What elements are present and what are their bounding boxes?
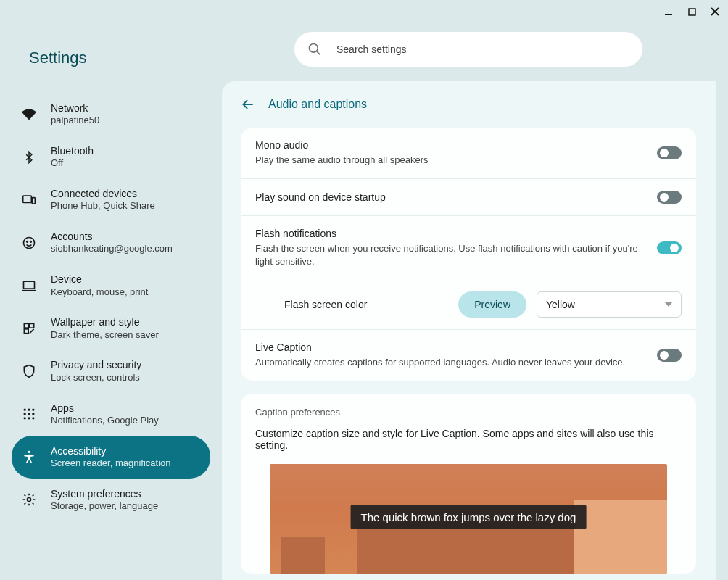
- sidebar-item-title: System preferences: [51, 487, 158, 500]
- startup-sound-toggle[interactable]: [657, 191, 682, 204]
- svg-point-4: [310, 44, 318, 53]
- sidebar-item-subtitle: palpatine50: [51, 115, 99, 127]
- preview-button[interactable]: Preview: [458, 291, 526, 318]
- svg-rect-15: [24, 329, 28, 334]
- svg-point-16: [24, 409, 26, 411]
- svg-rect-6: [23, 196, 32, 202]
- main-panel: Audio and captions Mono audio Play the s…: [222, 81, 716, 580]
- startup-sound-title: Play sound on device startup: [255, 191, 645, 203]
- svg-point-20: [28, 413, 30, 415]
- startup-sound-row[interactable]: Play sound on device startup: [241, 178, 696, 215]
- mono-audio-row[interactable]: Mono audio Play the same audio through a…: [241, 128, 696, 178]
- svg-point-8: [24, 237, 35, 248]
- svg-point-18: [32, 409, 34, 411]
- bluetooth-icon: [22, 150, 36, 165]
- search-input[interactable]: [336, 44, 629, 55]
- audio-settings-card: Mono audio Play the same audio through a…: [241, 128, 696, 381]
- svg-point-19: [24, 413, 26, 415]
- svg-rect-11: [24, 281, 35, 289]
- sidebar-item-subtitle: Phone Hub, Quick Share: [51, 200, 155, 212]
- caption-sample-text: The quick brown fox jumps over the lazy …: [351, 505, 587, 529]
- svg-point-21: [32, 413, 34, 415]
- svg-point-17: [28, 409, 30, 411]
- sidebar: Networkpalpatine50BluetoothOffConnected …: [0, 81, 222, 580]
- sidebar-item-subtitle: Storage, power, language: [51, 500, 158, 513]
- live-caption-toggle[interactable]: [657, 349, 682, 362]
- flash-toggle[interactable]: [657, 241, 682, 254]
- caption-pref-heading: Caption preferences: [241, 404, 696, 428]
- dropdown-icon: [665, 302, 672, 307]
- svg-point-26: [28, 498, 31, 502]
- sidebar-item-system[interactable]: System preferencesStorage, power, langua…: [12, 478, 210, 521]
- svg-rect-13: [24, 323, 28, 328]
- caption-pref-desc: Customize caption size and style for Liv…: [241, 428, 696, 464]
- search-field[interactable]: [294, 32, 642, 67]
- sidebar-item-wallpaper[interactable]: Wallpaper and styleDark theme, screen sa…: [12, 307, 210, 349]
- palette-icon: [22, 321, 36, 336]
- sidebar-item-subtitle: Keyboard, mouse, print: [51, 286, 148, 299]
- sidebar-item-subtitle: Off: [51, 157, 94, 170]
- flash-title: Flash notifications: [255, 228, 645, 239]
- sidebar-item-title: Network: [51, 102, 99, 115]
- mono-audio-desc: Play the same audio through all speakers: [255, 154, 645, 167]
- apps-icon: [22, 407, 36, 421]
- svg-marker-28: [665, 302, 672, 307]
- sidebar-item-title: Accessibility: [51, 444, 170, 457]
- flash-notifications-row[interactable]: Flash notifications Flash the screen whe…: [241, 215, 696, 280]
- caption-preview-image: The quick brown fox jumps over the lazy …: [270, 464, 667, 574]
- mono-audio-title: Mono audio: [255, 139, 645, 151]
- flash-color-row: Flash screen color Preview Yellow: [255, 281, 696, 329]
- svg-point-23: [28, 417, 30, 419]
- sidebar-item-bluetooth[interactable]: BluetoothOff: [12, 136, 210, 178]
- sidebar-item-subtitle: Notifications, Google Play: [51, 415, 159, 427]
- gear-icon: [22, 492, 36, 507]
- svg-line-5: [317, 51, 320, 55]
- svg-point-10: [30, 241, 32, 242]
- flash-color-label: Flash screen color: [284, 299, 448, 310]
- flash-desc: Flash the screen when you receive notifi…: [255, 242, 645, 268]
- sidebar-item-subtitle: Screen reader, magnification: [51, 457, 170, 470]
- sidebar-item-title: Device: [51, 273, 148, 286]
- app-title: Settings: [29, 49, 87, 67]
- mono-audio-toggle[interactable]: [657, 146, 682, 160]
- devices-icon: [22, 193, 36, 207]
- live-caption-row[interactable]: Live Caption Automatically creates capti…: [241, 329, 696, 381]
- svg-point-24: [32, 417, 34, 419]
- sidebar-item-title: Accounts: [51, 230, 173, 243]
- sidebar-item-title: Privacy and security: [51, 358, 141, 371]
- back-arrow-icon[interactable]: [241, 97, 255, 112]
- svg-point-25: [28, 451, 30, 453]
- sidebar-item-privacy[interactable]: Privacy and securityLock screen, control…: [12, 349, 210, 392]
- sidebar-item-title: Connected devices: [51, 187, 155, 200]
- sidebar-item-subtitle: siobhankeating@google.com: [51, 243, 173, 255]
- flash-color-select[interactable]: Yellow: [537, 291, 682, 318]
- live-caption-title: Live Caption: [255, 341, 645, 353]
- sidebar-item-network[interactable]: Networkpalpatine50: [12, 93, 210, 136]
- svg-rect-14: [30, 323, 34, 328]
- flash-color-value: Yellow: [546, 299, 575, 310]
- sidebar-item-title: Bluetooth: [51, 144, 94, 157]
- page-title: Audio and captions: [268, 98, 367, 111]
- laptop-icon: [22, 278, 36, 293]
- sidebar-item-connected[interactable]: Connected devicesPhone Hub, Quick Share: [12, 178, 210, 221]
- svg-rect-7: [32, 197, 35, 203]
- caption-preferences-card: Caption preferences Customize caption si…: [241, 394, 696, 574]
- sidebar-item-title: Apps: [51, 402, 159, 415]
- search-icon: [307, 42, 322, 57]
- sidebar-item-title: Wallpaper and style: [51, 315, 159, 328]
- shield-icon: [22, 364, 36, 378]
- sidebar-item-subtitle: Dark theme, screen saver: [51, 329, 159, 341]
- accessibility-icon: [22, 450, 36, 464]
- svg-point-9: [27, 241, 28, 242]
- sidebar-item-accounts[interactable]: Accountssiobhankeating@google.com: [12, 221, 210, 264]
- sidebar-item-apps[interactable]: AppsNotifications, Google Play: [12, 393, 210, 436]
- live-caption-desc: Automatically creates captions for suppo…: [255, 356, 645, 369]
- face-icon: [22, 236, 36, 250]
- sidebar-item-accessibility[interactable]: AccessibilityScreen reader, magnificatio…: [12, 436, 210, 478]
- sidebar-item-device[interactable]: DeviceKeyboard, mouse, print: [12, 264, 210, 307]
- svg-point-22: [24, 417, 26, 419]
- wifi-icon: [22, 107, 36, 122]
- sidebar-item-subtitle: Lock screen, controls: [51, 372, 141, 384]
